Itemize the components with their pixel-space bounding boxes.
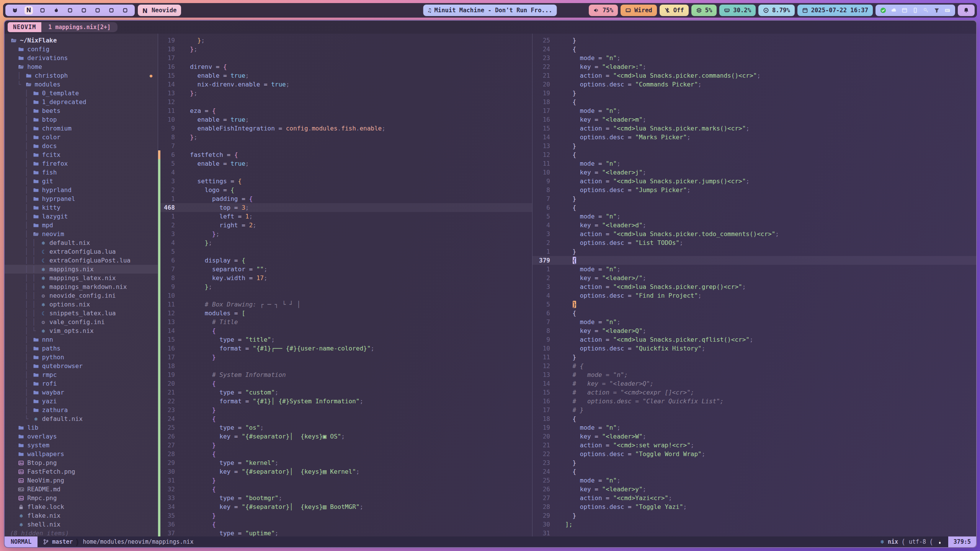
code-line[interactable]: 21 type = "custom"; bbox=[158, 388, 532, 397]
code-line[interactable]: 32 { bbox=[158, 485, 532, 494]
code-line[interactable]: 22 format = "{#1}│ {#}System Information… bbox=[158, 397, 532, 406]
window-title-module[interactable]: N Neovide bbox=[138, 5, 181, 16]
tree-item-default.nix[interactable]: └ ❄default.nix bbox=[5, 414, 158, 423]
tree-item-options.nix[interactable]: │ │ ❄options.nix bbox=[5, 300, 158, 309]
window-icon[interactable] bbox=[902, 7, 908, 13]
code-line[interactable]: 13 # Title bbox=[158, 318, 532, 326]
code-line[interactable]: 15 action = "<cmd>lua Snacks.picker.mark… bbox=[532, 124, 976, 133]
code-line[interactable]: 11 mode = "n"; bbox=[532, 159, 976, 168]
tree-item-vim_opts.nix[interactable]: │ └ ❄vim_opts.nix bbox=[5, 326, 158, 335]
tree-item-git[interactable]: │ git bbox=[5, 177, 158, 186]
code-line[interactable]: 2 key = "<leader>/"; bbox=[532, 274, 976, 282]
tree-item-mpd[interactable]: │ mpd bbox=[5, 221, 158, 230]
calendar-module[interactable]: 2025-07-22 16:37 bbox=[797, 5, 873, 16]
workspace-2-nvim-icon[interactable]: N bbox=[24, 6, 33, 15]
tree-item-modules[interactable]: └ modules bbox=[5, 80, 158, 89]
tree-item-chromium[interactable]: │ chromium bbox=[5, 124, 158, 133]
code-line[interactable]: 19 } bbox=[532, 89, 976, 98]
code-line[interactable]: 6 display = { bbox=[158, 256, 532, 265]
code-line[interactable]: 18 bbox=[158, 362, 532, 370]
code-line[interactable]: 1 left = 1; bbox=[158, 212, 532, 221]
tree-item-neovim.png[interactable]: NeoVim.png bbox=[5, 476, 158, 485]
code-line[interactable]: 1 } bbox=[532, 247, 976, 256]
code-line[interactable]: 15 type = "title"; bbox=[158, 335, 532, 344]
code-line[interactable]: 2 logo = { bbox=[158, 186, 532, 194]
code-line[interactable]: 13 # mode = "n"; bbox=[532, 370, 976, 379]
code-line[interactable]: 3 }; bbox=[158, 230, 532, 238]
code-line[interactable]: 31 bbox=[532, 529, 976, 536]
tree-item-yazi[interactable]: │ yazi bbox=[5, 397, 158, 406]
tree-item-readme.md[interactable]: README.md bbox=[5, 485, 158, 494]
code-line[interactable]: 20 { bbox=[158, 379, 532, 388]
tree-item-rofi[interactable]: │ rofi bbox=[5, 379, 158, 388]
code-line[interactable]: 25 } bbox=[532, 36, 976, 45]
code-line[interactable]: 24 { bbox=[532, 467, 976, 476]
tree-item-default.nix[interactable]: │ │ ❄default.nix bbox=[5, 238, 158, 247]
tree-item-lib[interactable]: lib bbox=[5, 423, 158, 432]
tree-item-firefox[interactable]: │ firefox bbox=[5, 159, 158, 168]
code-line[interactable]: 24 { bbox=[532, 45, 976, 54]
tree-item-waybar[interactable]: │ waybar bbox=[5, 388, 158, 397]
code-line[interactable]: 14 # key = "<leader>Q"; bbox=[532, 379, 976, 388]
keyboard-icon[interactable] bbox=[944, 7, 951, 13]
code-line[interactable]: 29 } bbox=[532, 511, 976, 520]
workspace-9-square-icon[interactable] bbox=[121, 6, 129, 15]
statusline-branch[interactable]: master bbox=[38, 538, 75, 545]
tree-item-btop[interactable]: │ btop bbox=[5, 115, 158, 124]
code-line[interactable]: 30 key = "{#separator}│ {keys}▤ Kernel"; bbox=[158, 467, 532, 476]
code-line[interactable]: 10 options.desc = "Quickfix History"; bbox=[532, 344, 976, 353]
code-line[interactable]: 5 bbox=[158, 247, 532, 256]
tree-item-docs[interactable]: │ docs bbox=[5, 142, 158, 150]
funnel-icon[interactable] bbox=[934, 7, 940, 13]
tree-item-neovide_config.ini[interactable]: │ │ ⚙neovide_config.ini bbox=[5, 291, 158, 300]
speaker-module[interactable]: 75% bbox=[589, 5, 618, 16]
tree-item-system[interactable]: system bbox=[5, 441, 158, 450]
code-line[interactable]: 468 top = 3; bbox=[158, 203, 532, 212]
tree-item-rmpc.png[interactable]: Rmpc.png bbox=[5, 494, 158, 502]
tree-item-0_template[interactable]: │ 0_template bbox=[5, 89, 158, 98]
code-line[interactable]: 25 mode = "n"; bbox=[532, 476, 976, 485]
code-line[interactable]: 5 } bbox=[532, 300, 976, 309]
tree-item-zathura[interactable]: │ zathura bbox=[5, 406, 158, 414]
code-line[interactable]: 19 mode = "n"; bbox=[532, 423, 976, 432]
workspace-1-cat-icon[interactable] bbox=[11, 6, 19, 15]
code-line[interactable]: 4 key = "<leader>d"; bbox=[532, 221, 976, 230]
code-line[interactable]: 10 key = "<leader>j"; bbox=[532, 168, 976, 177]
tree-item-neovim[interactable]: │ neovim bbox=[5, 230, 158, 238]
bluetooth-off-module[interactable]: Off bbox=[660, 5, 689, 16]
code-line[interactable]: 4 bbox=[158, 168, 532, 177]
check-circle-icon[interactable] bbox=[880, 7, 886, 13]
code-line[interactable]: 379 { bbox=[532, 256, 976, 265]
tree-item-fcitx[interactable]: │ fcitx bbox=[5, 150, 158, 159]
code-line[interactable]: 4 options.desc = "Find in Project"; bbox=[532, 291, 976, 300]
code-line[interactable]: 20 options.desc = "Commands Picker"; bbox=[532, 80, 976, 89]
code-line[interactable]: 11 eza = { bbox=[158, 106, 532, 115]
code-line[interactable]: 10 bbox=[158, 291, 532, 300]
code-line[interactable]: 13 } bbox=[532, 142, 976, 150]
code-line[interactable]: 12 bbox=[158, 98, 532, 106]
code-line[interactable]: 16 key = "<leader>m"; bbox=[532, 115, 976, 124]
code-line[interactable]: 28 options.desc = "Toggle Yazi"; bbox=[532, 502, 976, 511]
code-line[interactable]: 5 enable = true; bbox=[158, 159, 532, 168]
code-line[interactable]: 33 type = "bootmgr"; bbox=[158, 494, 532, 502]
tree-item-btop.png[interactable]: Btop.png bbox=[5, 458, 158, 467]
tree-item-overlays[interactable]: overlays bbox=[5, 432, 158, 441]
tree-item-home[interactable]: home bbox=[5, 62, 158, 71]
key-icon[interactable] bbox=[923, 7, 929, 13]
code-line[interactable]: 7 mode = "n"; bbox=[532, 318, 976, 326]
memory-module[interactable]: 30.2% bbox=[719, 5, 756, 16]
tree-item-nixflake[interactable]: ~/NixFlake bbox=[5, 36, 158, 45]
cloud-icon[interactable] bbox=[891, 7, 897, 13]
tree-item-mappings.nix[interactable]: │ │ ❄mappings.nix bbox=[5, 265, 158, 274]
workspace-3-square-icon[interactable] bbox=[38, 6, 47, 15]
code-line[interactable]: 7 separator = ""; bbox=[158, 265, 532, 274]
tree-item-shell.nix[interactable]: ❄shell.nix bbox=[5, 520, 158, 529]
code-line[interactable]: 1 mode = "n"; bbox=[532, 265, 976, 274]
code-line[interactable]: 21 action = "<cmd>lua Snacks.picker.comm… bbox=[532, 71, 976, 80]
code-line[interactable]: 24 { bbox=[158, 414, 532, 423]
workspace-5-square-icon[interactable] bbox=[66, 6, 74, 15]
code-pane-right[interactable]: 25 }24 {23 mode = "n";22 key = "<leader>… bbox=[532, 34, 976, 536]
code-line[interactable]: 3 action = "<cmd>lua Snacks.picker.grep(… bbox=[532, 282, 976, 291]
code-line[interactable]: 35 } bbox=[158, 511, 532, 520]
code-line[interactable]: 30 ]; bbox=[532, 520, 976, 529]
